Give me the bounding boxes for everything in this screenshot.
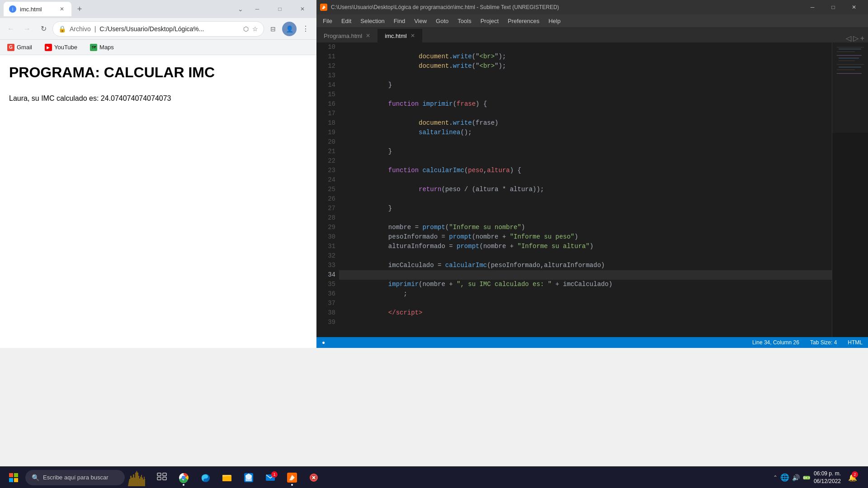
line-num-20: 20 [318, 137, 335, 147]
menu-find[interactable]: Find [389, 16, 410, 26]
tab-title: imc.html [20, 6, 54, 13]
line-num-22: 22 [318, 156, 335, 166]
svg-rect-27 [222, 476, 231, 481]
svg-rect-14 [9, 473, 13, 477]
sublime-tab-size[interactable]: Tab Size: 4 [810, 339, 837, 346]
new-tab-button[interactable]: + [73, 3, 86, 15]
forward-button[interactable]: → [20, 22, 34, 36]
browser-titlebar: i imc.html ✕ + ⌄ ─ □ ✕ [0, 0, 316, 18]
taskbar-explorer[interactable] [217, 468, 237, 488]
code-line-27 [339, 204, 832, 213]
code-line-26: } [339, 194, 832, 204]
tab-programa[interactable]: Programa.html ✕ [316, 29, 377, 42]
taskbar-chrome[interactable] [174, 468, 193, 488]
bookmark-maps[interactable]: 🗺 Maps [86, 42, 118, 53]
code-line-17: document.write(frase) [339, 109, 832, 118]
window-controls: ─ □ ✕ [247, 2, 313, 16]
youtube-label: YouTube [54, 44, 77, 51]
taskbar-clock[interactable]: 06:09 p. m. 06/12/2022 [814, 470, 841, 485]
code-line-13: } [339, 71, 832, 80]
taskbar: 🔍 Escribe aquí para buscar [0, 466, 868, 488]
code-content: document.write("<br>"); document.write("… [339, 42, 832, 337]
line-num-14: 14 [318, 80, 335, 90]
tab-nav-prev[interactable]: ◁ [846, 34, 851, 42]
notification-badge: 2 [852, 471, 858, 478]
code-line-21 [339, 147, 832, 156]
svg-rect-13 [832, 42, 868, 133]
tab-view-button[interactable]: ⊟ [266, 22, 280, 36]
restore-down-icon: ⌄ [238, 5, 243, 13]
tab-imc-close[interactable]: ✕ [410, 33, 415, 39]
maximize-button[interactable]: □ [269, 2, 290, 16]
sublime-maximize[interactable]: □ [823, 0, 844, 14]
back-button[interactable]: ← [4, 22, 18, 36]
share-icon[interactable]: ⬡ [243, 25, 249, 33]
code-line-39 [339, 318, 832, 327]
taskbar-mail[interactable]: 1 [260, 468, 280, 488]
taskbar-sublime[interactable] [282, 468, 302, 488]
start-button[interactable] [4, 468, 24, 488]
code-line-24: return(peso / (altura * altura)); [339, 175, 832, 185]
taskbar-app-unknown[interactable] [304, 468, 324, 488]
sublime-syntax[interactable]: HTML [848, 339, 863, 346]
line-num-24: 24 [318, 175, 335, 185]
sublime-tab-bar: Programa.html ✕ imc.html ✕ ◁ ▷ + [316, 27, 868, 42]
line-num-12: 12 [318, 61, 335, 71]
sublime-close[interactable]: ✕ [844, 0, 864, 14]
sublime-cursor-position[interactable]: Line 34, Column 26 [752, 339, 799, 346]
taskbar-search[interactable]: 🔍 Escribe aquí para buscar [25, 470, 125, 485]
tab-add[interactable]: + [860, 34, 864, 42]
volume-icon[interactable]: 🔊 [792, 474, 800, 481]
search-icon: 🔍 [32, 474, 39, 481]
bookmark-youtube[interactable]: ▶ YouTube [41, 42, 81, 53]
menu-preferences[interactable]: Preferences [503, 16, 544, 26]
taskbar-ms-store[interactable] [239, 468, 259, 488]
tray-expand-icon[interactable]: ⌃ [773, 474, 778, 481]
svg-rect-30 [245, 478, 252, 481]
tab-imc[interactable]: imc.html ✕ [377, 29, 422, 42]
battery-icon[interactable]: 🔋 [802, 474, 810, 481]
taskbar-edge[interactable] [195, 468, 215, 488]
tab-programa-close[interactable]: ✕ [366, 33, 370, 39]
svg-rect-19 [163, 473, 166, 476]
line-num-11: 11 [318, 52, 335, 61]
code-line-37: </script> [339, 299, 832, 308]
bookmark-icon[interactable]: ☆ [252, 25, 258, 33]
browser-tab[interactable]: i imc.html ✕ [4, 2, 71, 16]
gmail-label: Gmail [17, 44, 32, 51]
line-numbers: 10 11 12 13 14 15 16 17 18 19 20 21 22 2… [316, 42, 339, 337]
bookmark-gmail[interactable]: G Gmail [4, 42, 36, 53]
sublime-status-indicator: ● [322, 339, 325, 346]
menu-view[interactable]: View [410, 16, 431, 26]
line-num-30: 30 [318, 232, 335, 242]
code-editor[interactable]: 10 11 12 13 14 15 16 17 18 19 20 21 22 2… [316, 42, 868, 337]
svg-rect-28 [222, 475, 226, 477]
more-options-button[interactable]: ⋮ [298, 22, 313, 36]
close-button[interactable]: ✕ [292, 2, 313, 16]
sublime-minimize[interactable]: ─ [802, 0, 823, 14]
page-result: Laura, su IMC calculado es: 24.074074074… [9, 94, 307, 103]
menu-goto[interactable]: Goto [431, 16, 453, 26]
sublime-app-icon [320, 4, 327, 11]
line-num-34: 34 [318, 270, 335, 280]
address-bar[interactable]: 🔒 Archivo | C:/Users/Usuario/Desktop/Lóg… [52, 21, 264, 37]
taskbar-multidesktop[interactable] [152, 468, 172, 488]
menu-help[interactable]: Help [544, 16, 565, 26]
browser-toolbar: ← → ↻ 🔒 Archivo | C:/Users/Usuario/Deskt… [0, 18, 316, 40]
line-num-28: 28 [318, 213, 335, 223]
profile-button[interactable]: 👤 [282, 22, 297, 36]
menu-tools[interactable]: Tools [453, 16, 476, 26]
notification-center[interactable]: 🔔 2 [844, 468, 861, 488]
svg-point-24 [182, 476, 185, 479]
menu-selection[interactable]: Selection [356, 16, 389, 26]
tab-close-button[interactable]: ✕ [58, 5, 66, 13]
network-icon[interactable]: 🌐 [780, 473, 789, 482]
menu-project[interactable]: Project [476, 16, 503, 26]
menu-edit[interactable]: Edit [337, 16, 356, 26]
code-line-14 [339, 80, 832, 90]
tab-nav-next[interactable]: ▷ [853, 34, 859, 42]
menu-file[interactable]: File [318, 16, 337, 26]
reload-button[interactable]: ↻ [36, 22, 51, 36]
minimize-button[interactable]: ─ [247, 2, 268, 16]
line-num-31: 31 [318, 242, 335, 251]
